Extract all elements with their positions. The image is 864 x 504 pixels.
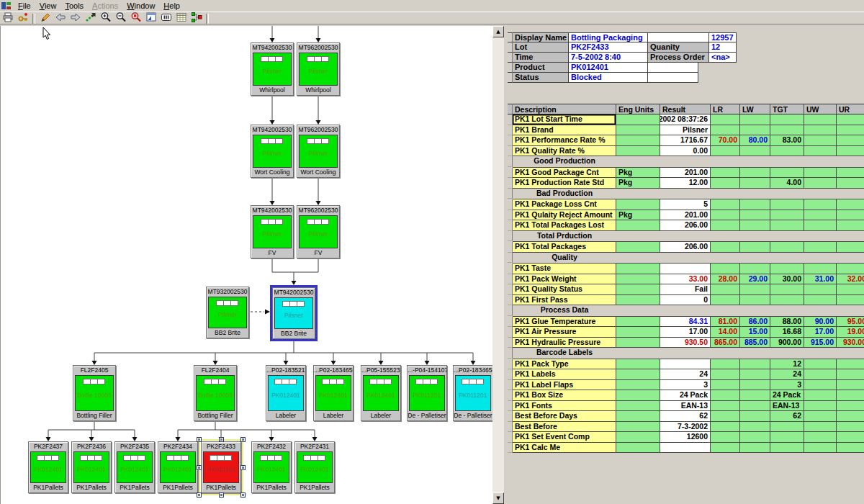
flow-node-mt942002530[interactable]: MT942002530PilsnerBB2 Brite bbox=[272, 287, 315, 339]
ur-cell[interactable] bbox=[837, 178, 864, 189]
lw-cell[interactable] bbox=[740, 380, 770, 391]
tgt-cell[interactable] bbox=[770, 284, 804, 295]
uw-cell[interactable] bbox=[804, 380, 837, 391]
eng-units-cell[interactable] bbox=[616, 443, 660, 454]
lr-cell[interactable] bbox=[711, 284, 740, 295]
tgt-cell[interactable] bbox=[770, 125, 804, 136]
lr-cell[interactable] bbox=[711, 146, 740, 157]
ur-cell[interactable] bbox=[837, 135, 864, 146]
column-header-eng-units[interactable]: Eng Units bbox=[616, 104, 660, 114]
eng-units-cell[interactable] bbox=[616, 380, 660, 391]
tgt-cell[interactable] bbox=[770, 114, 804, 125]
lw-cell[interactable]: 15.00 bbox=[740, 327, 770, 338]
lw-cell[interactable] bbox=[740, 422, 770, 433]
tgt-cell[interactable]: 12 bbox=[770, 359, 804, 370]
uw-cell[interactable] bbox=[804, 220, 837, 231]
menu-item-file[interactable]: File bbox=[14, 1, 35, 11]
lr-cell[interactable] bbox=[711, 114, 740, 125]
ur-cell[interactable] bbox=[837, 359, 864, 370]
description-cell[interactable]: PK1 Taste bbox=[513, 264, 616, 274]
uw-cell[interactable] bbox=[804, 401, 837, 412]
column-header-tgt[interactable]: TGT bbox=[770, 104, 804, 114]
flow-node-p04154107[interactable]: ...-P04-154107PK011201De - Palletiser bbox=[407, 365, 447, 421]
tgt-cell[interactable]: 900.00 bbox=[770, 338, 804, 348]
description-cell[interactable]: PK1 Labels bbox=[513, 369, 616, 380]
lw-cell[interactable] bbox=[740, 199, 770, 210]
tgt-cell[interactable] bbox=[770, 432, 804, 443]
menu-item-help[interactable]: Help bbox=[159, 1, 184, 11]
lw-cell[interactable] bbox=[740, 390, 770, 401]
description-cell[interactable]: PK1 First Pass bbox=[513, 295, 616, 306]
column-header-uw[interactable]: UW bbox=[804, 104, 837, 114]
toolbar-button-trace[interactable] bbox=[83, 13, 98, 24]
ur-cell[interactable] bbox=[837, 390, 864, 401]
result-cell[interactable]: 7-3-2002 bbox=[660, 422, 711, 433]
flow-node-pk2f2433[interactable]: PK2F2433PK012401PK1Pallets bbox=[201, 441, 241, 493]
tgt-cell[interactable]: 24 Pack bbox=[770, 390, 804, 401]
flowchart-scrollbar[interactable]: ▲ ▼ bbox=[492, 26, 504, 504]
tgt-cell[interactable]: 3 bbox=[770, 380, 804, 391]
eng-units-cell[interactable] bbox=[616, 359, 660, 370]
description-cell[interactable]: PK1 Pack Type bbox=[513, 359, 616, 370]
tgt-cell[interactable] bbox=[770, 210, 804, 221]
lr-cell[interactable] bbox=[711, 432, 740, 443]
selection-handle[interactable] bbox=[240, 437, 246, 442]
description-cell[interactable]: PK1 Package Loss Cnt bbox=[513, 199, 616, 210]
flow-node-pk2f2432[interactable]: PK2F2432PK012401PK1Pallets bbox=[251, 441, 292, 493]
description-cell[interactable]: PK1 Good Package Cnt bbox=[513, 168, 616, 179]
flow-node-pk2f2437[interactable]: PK2F2437PK012401PK1Pallets bbox=[28, 441, 68, 493]
uw-cell[interactable] bbox=[804, 114, 837, 125]
result-cell[interactable]: Fail bbox=[660, 284, 711, 295]
lr-cell[interactable] bbox=[711, 168, 740, 179]
result-cell[interactable]: Pilsner bbox=[660, 125, 711, 136]
ur-cell[interactable] bbox=[837, 422, 864, 433]
selection-handle[interactable] bbox=[240, 465, 246, 470]
lr-cell[interactable] bbox=[711, 390, 740, 401]
tgt-cell[interactable] bbox=[770, 220, 804, 231]
lw-cell[interactable] bbox=[740, 242, 770, 253]
result-cell[interactable]: 24 bbox=[660, 369, 711, 380]
tgt-cell[interactable] bbox=[770, 168, 804, 179]
tgt-cell[interactable]: 4.00 bbox=[770, 178, 804, 189]
ur-cell[interactable] bbox=[837, 168, 864, 179]
description-cell[interactable]: PK1 Pack Weight bbox=[513, 274, 616, 285]
description-cell[interactable]: PK1 Lot Start Time bbox=[513, 114, 616, 125]
lr-cell[interactable] bbox=[711, 125, 740, 136]
uw-cell[interactable] bbox=[804, 422, 837, 433]
uw-cell[interactable] bbox=[804, 210, 837, 221]
uw-cell[interactable] bbox=[804, 178, 837, 189]
ur-cell[interactable] bbox=[837, 295, 864, 306]
flow-node-pk2f2434[interactable]: PK2F2434PK012401PK1Pallets bbox=[158, 441, 198, 493]
eng-units-cell[interactable] bbox=[616, 284, 660, 295]
lw-cell[interactable] bbox=[740, 210, 770, 221]
toolbar-button-login-key[interactable] bbox=[15, 13, 30, 24]
description-cell[interactable]: PK1 Quality Status bbox=[513, 284, 616, 295]
selection-handle[interactable] bbox=[197, 465, 202, 470]
result-cell[interactable]: 12600 bbox=[660, 432, 711, 443]
eng-units-cell[interactable] bbox=[616, 327, 660, 338]
column-header-ur[interactable]: UR bbox=[837, 104, 864, 114]
ur-cell[interactable]: 19.00 bbox=[837, 327, 864, 338]
toolbar-button-zoom-in[interactable] bbox=[98, 13, 113, 24]
eng-units-cell[interactable] bbox=[616, 125, 660, 136]
ur-cell[interactable] bbox=[837, 284, 864, 295]
lw-cell[interactable] bbox=[740, 264, 770, 274]
lw-cell[interactable] bbox=[740, 359, 770, 370]
lr-cell[interactable] bbox=[711, 220, 740, 231]
lr-cell[interactable]: 28.00 bbox=[711, 274, 740, 285]
flow-node-mt962002530[interactable]: MT962002530PilsnerWort Cooling bbox=[297, 125, 340, 178]
ur-cell[interactable]: 930.00 bbox=[837, 338, 864, 348]
ur-cell[interactable] bbox=[837, 125, 864, 136]
eng-units-cell[interactable] bbox=[616, 432, 660, 443]
eng-units-cell[interactable] bbox=[616, 199, 660, 210]
ur-cell[interactable] bbox=[837, 443, 864, 454]
lr-cell[interactable] bbox=[711, 422, 740, 433]
tgt-cell[interactable] bbox=[770, 295, 804, 306]
lw-cell[interactable]: 80.00 bbox=[740, 135, 770, 146]
uw-cell[interactable] bbox=[804, 242, 837, 253]
scroll-up-button[interactable]: ▲ bbox=[492, 26, 504, 37]
uw-cell[interactable] bbox=[804, 432, 837, 443]
lw-cell[interactable] bbox=[740, 146, 770, 157]
uw-cell[interactable] bbox=[804, 369, 837, 380]
uw-cell[interactable] bbox=[804, 390, 837, 401]
